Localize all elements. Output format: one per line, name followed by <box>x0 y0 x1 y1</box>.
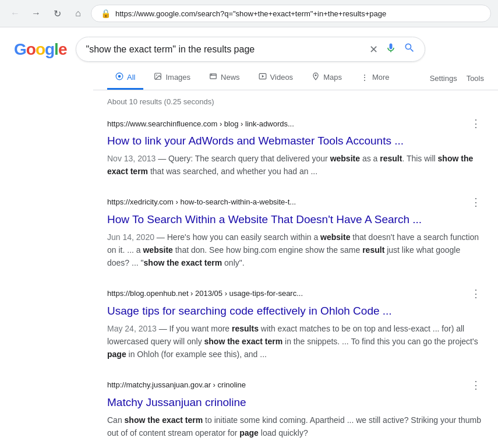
result-snippet-3: May 24, 2013 — If you want more results … <box>107 322 484 361</box>
result-url-3: https://blog.openhub.net › 2013/05 › usa… <box>107 289 463 298</box>
tools-link[interactable]: Tools <box>467 74 484 83</box>
browser-chrome: ← → ↻ ⌂ 🔒 https://www.google.com/search?… <box>0 0 498 27</box>
mic-button[interactable] <box>385 42 397 57</box>
result-item-1: https://www.searchinfluence.com › blog ›… <box>107 115 484 178</box>
result-more-button-1[interactable]: ⋮ <box>468 115 484 132</box>
result-title-2[interactable]: How To Search Within a Website That Does… <box>107 213 484 227</box>
svg-rect-4 <box>210 74 217 79</box>
result-more-button-4[interactable]: ⋮ <box>468 377 484 393</box>
forward-button[interactable]: → <box>28 5 44 22</box>
tab-images[interactable]: Images <box>146 66 199 90</box>
search-input[interactable] <box>86 44 362 55</box>
maps-icon <box>312 72 320 82</box>
result-url-row-1: https://www.searchinfluence.com › blog ›… <box>107 115 484 132</box>
google-logo[interactable]: Google <box>14 40 66 59</box>
result-snippet-2: Jun 14, 2020 — Here's how you can easily… <box>107 231 484 269</box>
svg-point-1 <box>118 75 121 78</box>
result-snippet-1: Nov 13, 2013 — Query: The search query t… <box>107 152 484 178</box>
tab-maps-label: Maps <box>323 73 342 82</box>
news-icon <box>209 72 217 82</box>
result-date-1: Nov 13, 2013 <box>107 154 156 163</box>
images-icon <box>154 72 162 82</box>
results-count: About 10 results (0.25 seconds) <box>107 97 484 106</box>
svg-marker-8 <box>262 75 264 78</box>
result-url-2: https://xedricity.com › how-to-search-wi… <box>107 197 463 206</box>
tab-all-label: All <box>127 73 135 82</box>
tab-videos[interactable]: Videos <box>250 66 302 90</box>
result-url-row-2: https://xedricity.com › how-to-search-wi… <box>107 194 484 210</box>
google-header: Google ✕ <box>0 27 498 62</box>
tab-more-label: More <box>372 73 390 82</box>
result-item-2: https://xedricity.com › how-to-search-wi… <box>107 194 484 269</box>
settings-link[interactable]: Settings <box>430 74 457 83</box>
search-box[interactable]: ✕ <box>76 37 425 62</box>
result-url-row-3: https://blog.openhub.net › 2013/05 › usa… <box>107 285 484 302</box>
result-title-4[interactable]: Matchy Jussanjuan crinoline <box>107 396 484 410</box>
result-date-2: Jun 14, 2020 <box>107 232 154 242</box>
result-url-4: http://matchy.jussanjuan.gov.ar › crinol… <box>107 380 463 389</box>
result-item-4: http://matchy.jussanjuan.gov.ar › crinol… <box>107 377 484 439</box>
svg-point-3 <box>157 75 158 76</box>
result-url-row-4: http://matchy.jussanjuan.gov.ar › crinol… <box>107 377 484 393</box>
refresh-button[interactable]: ↻ <box>49 5 65 22</box>
tab-news[interactable]: News <box>201 66 248 90</box>
home-button[interactable]: ⌂ <box>70 5 86 22</box>
all-icon <box>115 72 123 82</box>
tab-news-label: News <box>221 73 240 82</box>
tab-maps[interactable]: Maps <box>303 66 350 90</box>
back-button[interactable]: ← <box>7 5 23 22</box>
nav-tabs: All Images News Videos Maps ⋮ More Setti… <box>93 62 498 90</box>
more-icon: ⋮ <box>361 73 369 82</box>
tab-videos-label: Videos <box>270 73 294 82</box>
tab-images-label: Images <box>165 73 190 82</box>
result-snippet-4: Can show the exact term to initiate some… <box>107 414 484 439</box>
result-title-1[interactable]: How to link your AdWords and Webmaster T… <box>107 134 484 149</box>
result-more-button-2[interactable]: ⋮ <box>468 194 484 210</box>
tab-all[interactable]: All <box>107 66 143 90</box>
result-url-1: https://www.searchinfluence.com › blog ›… <box>107 119 463 128</box>
lock-icon: 🔒 <box>101 9 111 18</box>
tab-more[interactable]: ⋮ More <box>352 67 398 90</box>
result-item-3: https://blog.openhub.net › 2013/05 › usa… <box>107 285 484 361</box>
videos-icon <box>259 72 267 82</box>
nav-settings: Settings Tools <box>430 74 484 83</box>
clear-button[interactable]: ✕ <box>369 43 378 56</box>
result-title-3[interactable]: Usage tips for searching code effectivel… <box>107 304 484 319</box>
result-more-button-3[interactable]: ⋮ <box>468 285 484 302</box>
svg-point-9 <box>315 75 317 76</box>
result-date-3: May 24, 2013 <box>107 324 157 333</box>
search-button[interactable] <box>404 42 415 57</box>
address-bar[interactable]: 🔒 https://www.google.com/search?q="show+… <box>91 5 491 22</box>
url-text: https://www.google.com/search?q="show+th… <box>115 9 481 18</box>
results-area: About 10 results (0.25 seconds) https://… <box>93 90 498 448</box>
